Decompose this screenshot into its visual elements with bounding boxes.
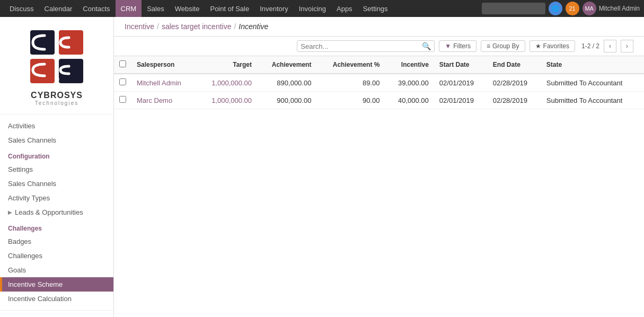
- sidebar-item-sales-channels[interactable]: Sales Channels: [0, 133, 113, 147]
- sidebar-item-goals[interactable]: Goals: [0, 263, 113, 277]
- cell-achievement-pct-0: 89.00: [316, 74, 385, 92]
- table-row: Mitchell Admin 1,000,000.00 890,000.00 8…: [114, 74, 644, 92]
- sidebar-item-sales-channels-config[interactable]: Sales Channels: [0, 177, 113, 191]
- col-achievement[interactable]: Achievement: [257, 56, 316, 74]
- col-achievement-pct[interactable]: Achievement %: [316, 56, 385, 74]
- sidebar-item-activity-types[interactable]: Activity Types: [0, 191, 113, 205]
- select-all-checkbox[interactable]: [119, 60, 126, 67]
- cell-start-date-0: 02/01/2019: [434, 74, 488, 92]
- nav-crm[interactable]: CRM: [116, 0, 142, 17]
- row-checkbox-0[interactable]: [119, 78, 126, 85]
- favorites-button[interactable]: ★ Favorites: [530, 40, 575, 52]
- nav-website[interactable]: Website: [170, 0, 205, 17]
- nav-contacts[interactable]: Contacts: [77, 0, 115, 17]
- cell-target-0: 1,000,000.00: [197, 74, 257, 92]
- svg-text:TM: TM: [54, 77, 59, 81]
- sidebar-section-configuration: Configuration: [0, 147, 113, 162]
- sidebar-item-challenges[interactable]: Challenges: [0, 249, 113, 263]
- groupby-icon: ≡: [487, 42, 490, 50]
- cell-end-date-0: 02/28/2019: [488, 74, 541, 92]
- language-icon[interactable]: 🌐: [549, 2, 562, 15]
- page-header: Incentive / sales target incentive / Inc…: [114, 17, 644, 37]
- sidebar-item-badges[interactable]: Badges: [0, 234, 113, 249]
- pagination-info: 1-2 / 2: [581, 42, 599, 50]
- arrow-icon: ▶: [8, 209, 12, 215]
- top-navigation: Discuss Calendar Contacts CRM Sales Webs…: [0, 0, 644, 17]
- notifications-icon[interactable]: 21: [566, 2, 579, 15]
- cell-incentive-0: 39,000.00: [385, 74, 434, 92]
- cell-start-date-1: 02/01/2019: [434, 92, 488, 109]
- star-icon: ★: [535, 42, 541, 50]
- sidebar: TM CYBROSYS Technologies Activities Sale…: [0, 17, 114, 317]
- nav-discuss[interactable]: Discuss: [4, 0, 39, 17]
- row-checkbox-1[interactable]: [119, 96, 126, 103]
- nav-apps[interactable]: Apps: [331, 0, 358, 17]
- search-box[interactable]: 🔍: [297, 40, 435, 52]
- main-content: Incentive / sales target incentive / Inc…: [114, 17, 644, 317]
- company-name: CYBROSYS: [31, 91, 83, 100]
- breadcrumb-current: Incentive: [239, 22, 268, 31]
- prev-page-button[interactable]: ‹: [604, 40, 616, 52]
- nav-invoicing[interactable]: Invoicing: [294, 0, 331, 17]
- col-start-date[interactable]: Start Date: [434, 56, 488, 74]
- user-avatar: MA: [583, 2, 596, 15]
- col-incentive[interactable]: Incentive: [385, 56, 434, 74]
- sidebar-item-incentive-scheme[interactable]: Incentive Scheme: [0, 277, 113, 292]
- company-sub: Technologies: [35, 100, 78, 106]
- user-menu[interactable]: MA Mitchell Admin: [583, 2, 640, 15]
- cell-end-date-1: 02/28/2019: [488, 92, 541, 109]
- cell-state-1: Submitted To Accountant: [541, 92, 644, 109]
- incentive-table: Salesperson Target Achievement Achieveme…: [114, 56, 644, 109]
- breadcrumb-incentive[interactable]: Incentive: [125, 22, 154, 31]
- nav-calendar[interactable]: Calendar: [39, 0, 78, 17]
- nav-settings[interactable]: Settings: [358, 0, 393, 17]
- filters-button[interactable]: ▼ Filters: [439, 40, 477, 52]
- col-state[interactable]: State: [541, 56, 644, 74]
- sidebar-section-challenges: Challenges: [0, 219, 113, 234]
- cell-state-0: Submitted To Accountant: [541, 74, 644, 92]
- cell-incentive-1: 40,000.00: [385, 92, 434, 109]
- sidebar-item-settings[interactable]: Settings: [0, 162, 113, 177]
- global-search-input[interactable]: [482, 3, 545, 14]
- cell-salesperson-1[interactable]: Marc Demo: [131, 92, 197, 109]
- search-input[interactable]: [301, 42, 422, 50]
- sidebar-item-activities[interactable]: Activities: [0, 119, 113, 133]
- toolbar: 🔍 ▼ Filters ≡ Group By ★ Favorites 1-2 /…: [114, 37, 644, 56]
- sidebar-item-leads-opportunities[interactable]: ▶ Leads & Opportunities: [0, 205, 113, 219]
- cell-salesperson-0[interactable]: Mitchell Admin: [131, 74, 197, 92]
- filter-icon: ▼: [445, 42, 451, 50]
- table-row: Marc Demo 1,000,000.00 900,000.00 90.00 …: [114, 92, 644, 109]
- next-page-button[interactable]: ›: [621, 40, 633, 52]
- user-name: Mitchell Admin: [599, 5, 640, 12]
- breadcrumb-sep-2: /: [234, 22, 236, 31]
- cell-achievement-1: 900,000.00: [257, 92, 316, 109]
- sidebar-item-incentive-calculation[interactable]: Incentive Calculation: [0, 292, 113, 306]
- sidebar-footer: Powered by Odoo: [0, 310, 113, 317]
- breadcrumb: Incentive / sales target incentive / Inc…: [125, 22, 268, 31]
- col-end-date[interactable]: End Date: [488, 56, 541, 74]
- cell-achievement-pct-1: 90.00: [316, 92, 385, 109]
- nav-inventory[interactable]: Inventory: [254, 0, 293, 17]
- col-salesperson[interactable]: Salesperson: [131, 56, 197, 74]
- svg-rect-1: [59, 30, 83, 55]
- cell-target-1: 1,000,000.00: [197, 92, 257, 109]
- groupby-button[interactable]: ≡ Group By: [481, 40, 525, 52]
- col-target[interactable]: Target: [197, 56, 257, 74]
- breadcrumb-sep-1: /: [157, 22, 159, 31]
- search-icon[interactable]: 🔍: [422, 42, 431, 50]
- nav-pos[interactable]: Point of Sale: [205, 0, 254, 17]
- svg-rect-3: [59, 59, 83, 83]
- nav-sales[interactable]: Sales: [142, 0, 170, 17]
- company-logo: TM: [25, 25, 89, 89]
- select-all-header[interactable]: [114, 56, 131, 74]
- breadcrumb-sales-target[interactable]: sales target incentive: [162, 22, 232, 31]
- sidebar-menu: Activities Sales Channels Configuration …: [0, 115, 113, 310]
- data-table-container: Salesperson Target Achievement Achieveme…: [114, 56, 644, 317]
- cell-achievement-0: 890,000.00: [257, 74, 316, 92]
- logo-area: TM CYBROSYS Technologies: [0, 17, 113, 115]
